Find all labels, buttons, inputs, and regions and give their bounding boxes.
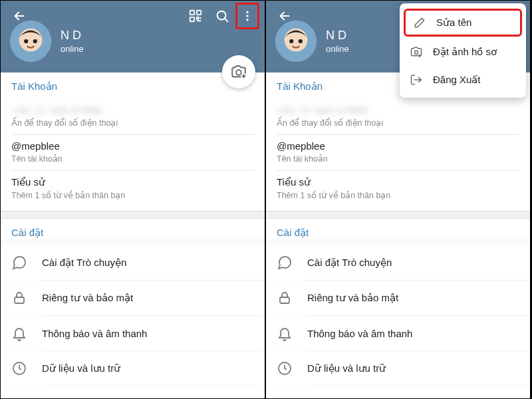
avatar-image xyxy=(10,21,51,62)
settings-item-label: Tiết kiệm năng lượng xyxy=(42,398,136,398)
username-value: @mepblee xyxy=(277,140,519,152)
settings-item-label: Riêng tư và bảo mật xyxy=(42,292,133,304)
phone-value: +84 12 345 67890 xyxy=(277,104,519,116)
camera-fab[interactable] xyxy=(222,55,255,88)
phone-hint: Ấn để thay đổi số điện thoại xyxy=(277,118,519,128)
svg-rect-2 xyxy=(190,17,194,21)
settings-section: Cài đặt xyxy=(266,219,530,239)
username-value: @mepblee xyxy=(11,140,254,152)
profile-block: N D online xyxy=(10,21,84,62)
settings-item-chat[interactable]: Cài đặt Trò chuyện xyxy=(266,245,530,280)
username-hint: Tên tài khoản xyxy=(11,154,254,164)
svg-rect-13 xyxy=(15,297,24,303)
bio-hint: Thêm 1 số từ về bản thân bạn xyxy=(11,190,254,200)
battery-icon xyxy=(11,396,27,398)
battery-icon xyxy=(277,396,293,398)
username-row[interactable]: @mepblee Tên tài khoản xyxy=(277,135,519,170)
settings-item-chat[interactable]: Cài đặt Trò chuyện xyxy=(1,245,265,280)
settings-item-label: Thông báo và âm thanh xyxy=(42,328,147,339)
account-section: Tài Khoản +84 12 345 67890 Ấn để thay đổ… xyxy=(1,72,265,211)
settings-item-label: Thông báo và âm thanh xyxy=(307,328,412,339)
account-title: Tài Khoản xyxy=(11,80,254,92)
settings-title: Cài đặt xyxy=(277,227,519,239)
phone-row[interactable]: +84 12 345 67890 Ấn để thay đổi số điện … xyxy=(277,99,519,134)
search-icon xyxy=(215,9,229,23)
svg-point-5 xyxy=(246,15,248,17)
lock-icon xyxy=(277,290,293,306)
settings-item-label: Riêng tư và bảo mật xyxy=(307,292,398,304)
bell-icon xyxy=(11,325,27,341)
svg-point-20 xyxy=(414,51,418,54)
settings-item-power[interactable]: Tiết kiệm năng lượng xyxy=(266,386,530,398)
bio-row[interactable]: Tiểu sử Thêm 1 số từ về bản thân bạn xyxy=(11,171,254,207)
settings-item-label: Tiết kiệm năng lượng xyxy=(307,398,402,398)
svg-point-3 xyxy=(217,11,226,20)
chat-icon xyxy=(277,255,293,271)
settings-item-privacy[interactable]: Riêng tư và bảo mật xyxy=(1,281,265,315)
username-hint: Tên tài khoản xyxy=(277,154,519,164)
svg-point-9 xyxy=(24,39,28,43)
settings-item-notifications[interactable]: Thông báo và âm thanh xyxy=(266,316,530,350)
chat-icon xyxy=(11,255,27,271)
profile-name: N D xyxy=(61,29,84,43)
svg-rect-21 xyxy=(280,297,289,303)
settings-title: Cài đặt xyxy=(11,227,254,239)
profile-status: online xyxy=(61,44,84,54)
svg-rect-1 xyxy=(197,11,201,15)
avatar-image xyxy=(275,21,317,62)
logout-icon xyxy=(409,72,424,87)
menu-item-set-photo[interactable]: Đặt ảnh hồ sơ xyxy=(400,38,526,66)
settings-item-privacy[interactable]: Riêng tư và bảo mật xyxy=(266,281,530,315)
profile-status: online xyxy=(326,44,349,54)
settings-item-label: Dữ liệu và lưu trữ xyxy=(307,362,386,374)
svg-point-11 xyxy=(236,70,241,75)
phone-value: +84 12 345 67890 xyxy=(11,104,254,116)
clock-icon xyxy=(277,360,293,376)
menu-item-label: Sửa tên xyxy=(436,17,471,29)
phone-hint: Ấn để thay đổi số điện thoại xyxy=(11,118,254,128)
lock-icon xyxy=(11,290,27,306)
bio-label: Tiểu sử xyxy=(11,176,254,188)
pencil-icon xyxy=(412,15,427,30)
bio-row[interactable]: Tiểu sử Thêm 1 số từ về bản thân bạn xyxy=(277,171,519,207)
pane-right: N D online Sửa tên Đặt ảnh hồ sơ Đăng Xu… xyxy=(266,1,531,398)
clock-icon xyxy=(11,360,27,376)
phone-row[interactable]: +84 12 345 67890 Ấn để thay đổi số điện … xyxy=(11,99,254,134)
search-button[interactable] xyxy=(209,3,235,29)
svg-point-4 xyxy=(246,11,248,13)
bio-hint: Thêm 1 số từ về bản thân bạn xyxy=(277,190,519,200)
camera-add-icon xyxy=(230,63,247,80)
profile-name: N D xyxy=(326,29,349,43)
bell-icon xyxy=(277,325,293,341)
pane-left: N D online Tài Khoản +84 12 345 67890 Ấn… xyxy=(1,1,266,398)
svg-rect-0 xyxy=(190,11,194,15)
menu-item-label: Đăng Xuất xyxy=(433,74,481,86)
more-vert-icon xyxy=(241,9,254,23)
overflow-menu: Sửa tên Đặt ảnh hồ sơ Đăng Xuất xyxy=(400,3,526,98)
svg-point-19 xyxy=(299,39,303,43)
username-row[interactable]: @mepblee Tên tài khoản xyxy=(11,135,254,170)
bio-label: Tiểu sử xyxy=(277,176,519,188)
settings-item-data[interactable]: Dữ liệu và lưu trữ xyxy=(266,351,530,386)
svg-point-10 xyxy=(33,39,37,43)
settings-item-label: Dữ liệu và lưu trữ xyxy=(42,362,120,374)
settings-section: Cài đặt xyxy=(1,219,265,239)
avatar[interactable] xyxy=(275,21,317,62)
settings-item-notifications[interactable]: Thông báo và âm thanh xyxy=(1,316,265,350)
more-button[interactable] xyxy=(235,3,259,29)
profile-block: N D online xyxy=(275,21,349,62)
settings-item-label: Cài đặt Trò chuyện xyxy=(307,257,392,269)
camera-add-icon xyxy=(409,45,424,59)
settings-item-label: Cài đặt Trò chuyện xyxy=(42,257,126,269)
menu-item-logout[interactable]: Đăng Xuất xyxy=(400,66,526,94)
settings-item-data[interactable]: Dữ liệu và lưu trữ xyxy=(1,351,265,386)
menu-item-edit-name[interactable]: Sửa tên xyxy=(404,9,522,37)
avatar[interactable] xyxy=(10,21,51,62)
menu-item-label: Đặt ảnh hồ sơ xyxy=(433,46,497,58)
settings-item-power[interactable]: Tiết kiệm năng lượng xyxy=(1,386,265,398)
qr-button[interactable] xyxy=(182,3,209,29)
qr-icon xyxy=(188,9,203,23)
svg-point-6 xyxy=(246,19,248,21)
svg-point-18 xyxy=(289,39,293,43)
